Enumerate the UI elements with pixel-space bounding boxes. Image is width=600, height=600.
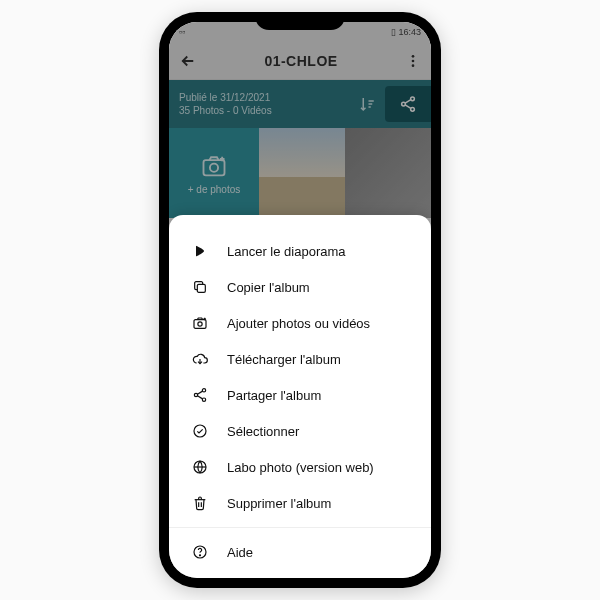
menu-item-slideshow[interactable]: Lancer le diaporama	[169, 233, 431, 269]
play-icon	[191, 242, 209, 260]
check-circle-icon	[191, 422, 209, 440]
cloud-download-icon	[191, 350, 209, 368]
svg-rect-8	[197, 284, 205, 292]
copy-icon	[191, 278, 209, 296]
menu-label: Partager l'album	[227, 388, 321, 403]
menu-item-copy[interactable]: Copier l'album	[169, 269, 431, 305]
share-icon	[191, 386, 209, 404]
menu-label: Télécharger l'album	[227, 352, 341, 367]
phone-notch	[255, 12, 345, 30]
phone-frame: ▫▫ ▯ 16:43 01-CHLOE Publié le 31/12/2021…	[159, 12, 441, 588]
svg-point-14	[194, 425, 206, 437]
svg-point-10	[198, 322, 202, 326]
screen: ▫▫ ▯ 16:43 01-CHLOE Publié le 31/12/2021…	[169, 22, 431, 578]
menu-item-share[interactable]: Partager l'album	[169, 377, 431, 413]
menu-item-help[interactable]: Aide	[169, 534, 431, 570]
menu-label: Sélectionner	[227, 424, 299, 439]
menu-label: Copier l'album	[227, 280, 310, 295]
trash-icon	[191, 494, 209, 512]
menu-label: Ajouter photos ou vidéos	[227, 316, 370, 331]
menu-label: Aide	[227, 545, 253, 560]
globe-icon	[191, 458, 209, 476]
help-icon	[191, 543, 209, 561]
menu-label: Lancer le diaporama	[227, 244, 346, 259]
svg-point-13	[202, 398, 205, 401]
menu-item-photo-lab[interactable]: Labo photo (version web)	[169, 449, 431, 485]
svg-rect-9	[194, 320, 206, 329]
camera-plus-icon	[191, 314, 209, 332]
menu-item-delete[interactable]: Supprimer l'album	[169, 485, 431, 521]
menu-label: Labo photo (version web)	[227, 460, 374, 475]
menu-divider	[169, 527, 431, 528]
menu-item-download[interactable]: Télécharger l'album	[169, 341, 431, 377]
bottom-sheet-menu: Lancer le diaporama Copier l'album Ajout…	[169, 215, 431, 578]
svg-point-17	[199, 555, 200, 556]
menu-item-select[interactable]: Sélectionner	[169, 413, 431, 449]
menu-label: Supprimer l'album	[227, 496, 331, 511]
menu-item-add-media[interactable]: Ajouter photos ou vidéos	[169, 305, 431, 341]
svg-point-12	[194, 393, 197, 396]
svg-point-11	[202, 389, 205, 392]
